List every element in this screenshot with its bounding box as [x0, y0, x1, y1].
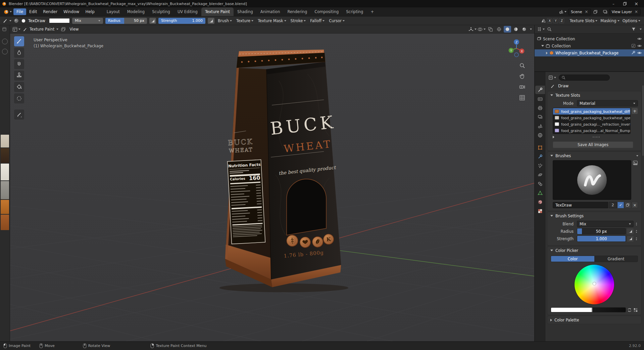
package-model[interactable]: BUCK WHEAT Nutrition Facts Calories 160	[10, 34, 534, 341]
color-options-icon[interactable]	[633, 308, 638, 312]
tab-physics[interactable]	[535, 171, 545, 179]
add-workspace-button[interactable]: +	[367, 7, 378, 16]
editor-type-button[interactable]	[12, 27, 20, 32]
xray-toggle[interactable]	[488, 27, 493, 32]
annotate-tool-button[interactable]	[14, 110, 24, 120]
mask-tool-button[interactable]	[14, 93, 24, 103]
tab-material[interactable]	[535, 198, 545, 206]
zoom-icon[interactable]	[519, 62, 525, 69]
soften-tool-button[interactable]	[14, 48, 24, 58]
outliner-row-scene-collection[interactable]: Scene Collection	[535, 35, 644, 42]
workspace-tab-shading[interactable]: Shading	[234, 7, 257, 16]
expand-triangle-icon[interactable]	[546, 52, 548, 54]
workspace-tab-sculpting[interactable]: Sculpting	[148, 7, 174, 16]
outliner-row-object[interactable]: Wholegrain_Buckwheat_Package	[535, 49, 644, 56]
mirror-y-toggle[interactable]: Y	[553, 18, 558, 23]
outliner-editor-type-button[interactable]	[537, 27, 545, 32]
radius-prop-slider[interactable]: 50 px	[577, 228, 626, 234]
texture-slot-row[interactable]: food_grains_packaging_buckwheat_specul..…	[553, 115, 630, 121]
color-value-slider[interactable]	[551, 307, 626, 312]
popover-texture-slots[interactable]: Texture Slots	[568, 18, 598, 23]
smear-tool-button[interactable]	[14, 59, 24, 69]
popover-cursor[interactable]: Cursor	[328, 18, 346, 23]
workspace-tab-layout[interactable]: Layout	[103, 7, 123, 16]
swap-colors-icon[interactable]	[627, 308, 632, 312]
pan-hand-icon[interactable]	[519, 73, 525, 79]
strength-pressure-toggle[interactable]	[208, 18, 214, 24]
duplicate-brush-button[interactable]	[625, 202, 631, 208]
texture-thumbnail[interactable]	[1, 200, 9, 214]
brush-settings-panel-header[interactable]: Brush Settings	[547, 212, 641, 220]
editor-corner-icon[interactable]	[2, 27, 6, 31]
texture-thumbnail[interactable]	[1, 215, 9, 230]
outliner-row-collection[interactable]: Collection ✓	[535, 42, 644, 49]
workspace-tab-scripting[interactable]: Scripting	[342, 7, 367, 16]
clone-tool-button[interactable]	[14, 71, 24, 81]
texture-slot-row[interactable]: food_grains_packagi..._refraction_invert…	[553, 121, 630, 127]
draw-tool-button[interactable]	[14, 36, 24, 46]
fill-tool-button[interactable]	[14, 82, 24, 92]
view-layer-browse-button[interactable]	[603, 9, 607, 14]
brushes-menu-chevron[interactable]	[636, 155, 638, 157]
viewport-canvas[interactable]: BUCK WHEAT Nutrition Facts Calories 160	[10, 34, 534, 341]
strength-prop-slider[interactable]: 1.000	[577, 235, 626, 242]
workspace-tab-compositing[interactable]: Compositing	[311, 7, 342, 16]
image-stack-icon[interactable]	[61, 27, 66, 32]
shading-solid-button[interactable]	[504, 26, 511, 33]
filter-funnel-icon[interactable]	[631, 27, 636, 32]
overlays-toggle[interactable]	[478, 27, 486, 32]
workspace-tab-rendering[interactable]: Rendering	[284, 7, 311, 16]
unlink-view-layer-icon[interactable]: ×	[635, 9, 638, 14]
texture-slots-panel-header[interactable]: Texture Slots	[547, 91, 641, 99]
shading-material-button[interactable]	[512, 26, 519, 33]
menu-window[interactable]: Window	[60, 8, 82, 15]
menu-render[interactable]: Render	[40, 8, 60, 15]
browse-preview-icon[interactable]	[633, 160, 638, 166]
animate-decorator[interactable]	[635, 230, 638, 233]
strip-move-button[interactable]	[2, 49, 8, 54]
mirror-x-toggle[interactable]: X	[547, 18, 552, 23]
blend-mode-dropdown[interactable]: Mix	[72, 18, 103, 24]
popover-texture-mask[interactable]: Texture Mask	[257, 18, 287, 23]
shading-rendered-button[interactable]	[521, 26, 528, 33]
save-all-images-button[interactable]: Save All Images	[553, 141, 633, 148]
texture-thumbnail[interactable]	[1, 148, 9, 163]
popover-options[interactable]: Options	[622, 18, 641, 23]
radius-slider[interactable]: Radius 50 px	[105, 18, 147, 24]
shading-dropdown-chevron[interactable]	[530, 29, 532, 30]
new-scene-button[interactable]	[593, 10, 598, 14]
view-menu[interactable]: View	[68, 27, 80, 32]
navigation-gizmo[interactable]: Z X Y	[507, 38, 526, 58]
tab-scene[interactable]	[535, 122, 545, 130]
strength-pressure-toggle[interactable]	[627, 236, 634, 242]
gradient-tab[interactable]: Gradient	[594, 256, 638, 262]
add-texture-slot-button[interactable]: +	[632, 108, 638, 114]
exclude-checkbox[interactable]: ✓	[632, 44, 635, 48]
tab-view-layer[interactable]	[535, 113, 545, 121]
scene-name-field[interactable]: Scene ×	[568, 9, 591, 15]
popover-texture[interactable]: Texture	[235, 18, 254, 23]
list-resize-grip[interactable]	[593, 137, 600, 138]
popover-stroke[interactable]: Stroke	[290, 18, 307, 23]
primary-color-swatch[interactable]	[49, 18, 70, 23]
animate-decorator[interactable]	[635, 237, 638, 240]
fake-user-toggle[interactable]: ✓	[617, 202, 624, 208]
eye-icon[interactable]	[637, 37, 642, 41]
blender-menu-button[interactable]	[2, 9, 13, 14]
brush-color-button[interactable]	[21, 18, 26, 23]
color-palette-panel-header[interactable]: Color Palette	[547, 316, 641, 324]
brush-name-field[interactable]: TexDraw	[553, 202, 608, 208]
texture-slot-row[interactable]: food_grains_packagi...al_Normal_Bump.tga	[553, 127, 630, 134]
strip-zoom-button[interactable]	[2, 39, 8, 44]
tab-output[interactable]	[535, 104, 545, 112]
radius-pressure-toggle[interactable]	[149, 18, 156, 24]
brush-users-count[interactable]: 2	[609, 202, 617, 208]
tab-modifiers[interactable]	[535, 152, 545, 161]
shading-wireframe-button[interactable]	[495, 26, 503, 33]
texture-thumbnail[interactable]	[1, 135, 9, 147]
minimize-button[interactable]: –	[608, 0, 619, 7]
strength-slider[interactable]: Strength 1.000	[158, 18, 205, 24]
popover-falloff[interactable]: Falloff	[309, 18, 326, 23]
tab-constraints[interactable]	[535, 180, 545, 188]
mode-selector[interactable]: Texture Paint	[23, 27, 58, 32]
